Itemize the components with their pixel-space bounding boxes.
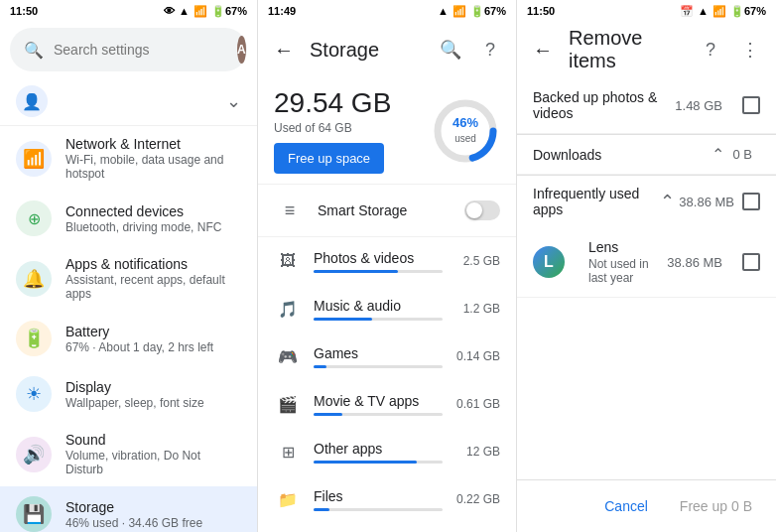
search-icon: 🔍 bbox=[24, 41, 44, 60]
other-apps-size: 12 GB bbox=[466, 445, 500, 459]
games-label: Games bbox=[314, 345, 445, 361]
storage-icon: 💾 bbox=[16, 496, 52, 532]
files-size: 0.22 GB bbox=[456, 492, 500, 506]
status-bar-1: 11:50 👁 ▲ 📶 🔋67% bbox=[0, 0, 257, 22]
photos-bar bbox=[314, 270, 443, 273]
search-input[interactable] bbox=[54, 42, 227, 58]
search-button[interactable]: 🔍 bbox=[433, 32, 468, 67]
used-of: Used of 64 GB bbox=[274, 121, 391, 135]
smart-storage-toggle[interactable] bbox=[464, 200, 500, 220]
other-apps-icon: ⊞ bbox=[274, 438, 302, 466]
remove-help-button[interactable]: ? bbox=[693, 32, 728, 67]
photos-icon: 🖼 bbox=[274, 247, 302, 275]
movie-size: 0.61 GB bbox=[456, 397, 500, 411]
storage-item-movie[interactable]: 🎬 Movie & TV apps 0.61 GB bbox=[258, 380, 516, 428]
lens-app-size: 38.86 MB bbox=[667, 255, 722, 270]
battery-icon: 🔋67% bbox=[211, 5, 247, 18]
free-up-button[interactable]: Free up space bbox=[274, 143, 384, 174]
remove-header-icons: ? ⋮ bbox=[693, 32, 768, 67]
storage-item-files[interactable]: 📁 Files 0.22 GB bbox=[258, 475, 516, 523]
wifi-icon-2: 📶 bbox=[453, 5, 466, 18]
status-icons-1: 👁 ▲ 📶 🔋67% bbox=[164, 5, 247, 18]
infrequent-label: Infrequently used apps bbox=[533, 186, 660, 217]
time-1: 11:50 bbox=[10, 5, 38, 17]
sidebar-item-storage[interactable]: 💾 Storage 46% used · 34.46 GB free bbox=[0, 486, 257, 532]
display-label: Display bbox=[65, 379, 241, 395]
help-button[interactable]: ? bbox=[472, 32, 508, 67]
backed-up-row: Backed up photos & videos 1.48 GB bbox=[517, 77, 776, 134]
infrequent-checkbox[interactable] bbox=[742, 193, 760, 210]
remove-more-button[interactable]: ⋮ bbox=[732, 32, 768, 67]
time-3: 11:50 bbox=[527, 5, 555, 17]
avatar[interactable]: A bbox=[237, 36, 246, 64]
settings-list: 📶 Network & Internet Wi-Fi, mobile, data… bbox=[0, 126, 257, 532]
sidebar-item-sound[interactable]: 🔊 Sound Volume, vibration, Do Not Distur… bbox=[0, 422, 257, 486]
lens-app-checkbox[interactable] bbox=[742, 253, 760, 271]
wifi-icon: 📶 bbox=[194, 5, 207, 18]
lens-app-row: L Lens Not used in last year 38.86 MB bbox=[517, 227, 776, 298]
sidebar-item-battery[interactable]: 🔋 Battery 67% · About 1 day, 2 hrs left bbox=[0, 311, 257, 366]
free-up-button-3[interactable]: Free up 0 B bbox=[672, 492, 760, 520]
remove-items-title: Remove items bbox=[569, 27, 685, 72]
sidebar-item-network[interactable]: 📶 Network & Internet Wi-Fi, mobile, data… bbox=[0, 126, 257, 191]
backed-up-checkbox[interactable] bbox=[742, 96, 760, 114]
photos-size: 2.5 GB bbox=[463, 254, 500, 268]
search-bar[interactable]: 🔍 A bbox=[10, 28, 247, 71]
other-apps-label: Other apps bbox=[314, 441, 454, 457]
signal-icon-2: ▲ bbox=[438, 5, 449, 17]
infrequent-section[interactable]: Infrequently used apps ⌃ 38.86 MB bbox=[517, 176, 776, 227]
lens-app-name: Lens bbox=[588, 239, 655, 255]
connected-icon: ⊕ bbox=[16, 200, 52, 236]
time-2: 11:49 bbox=[268, 5, 296, 17]
network-label: Network & Internet bbox=[65, 136, 241, 152]
back-button[interactable]: ← bbox=[266, 32, 302, 67]
photos-label: Photos & videos bbox=[314, 250, 452, 266]
storage-header: ← Storage 🔍 ? bbox=[258, 22, 516, 77]
lens-app-icon: L bbox=[533, 246, 565, 278]
cancel-button[interactable]: Cancel bbox=[596, 492, 656, 520]
storage-item-music[interactable]: 🎵 Music & audio 1.2 GB bbox=[258, 285, 516, 332]
status-icons-2: ▲ 📶 🔋67% bbox=[438, 5, 506, 18]
sidebar-item-connected[interactable]: ⊕ Connected devices Bluetooth, driving m… bbox=[0, 191, 257, 246]
battery-icon-2: 🔋67% bbox=[470, 5, 506, 18]
sound-icon: 🔊 bbox=[16, 437, 52, 472]
smart-storage-row[interactable]: ≡ Smart Storage bbox=[258, 184, 516, 237]
storage-item-system[interactable]: ⚙ System 12 GB bbox=[258, 523, 516, 532]
files-icon: 📁 bbox=[274, 485, 302, 513]
other-apps-bar bbox=[314, 461, 443, 464]
apps-sub: Assistant, recent apps, default apps bbox=[65, 273, 241, 301]
files-label: Files bbox=[314, 488, 445, 504]
status-bar-3: 11:50 📅 ▲ 📶 🔋67% bbox=[517, 0, 776, 22]
storage-summary: 29.54 GB Used of 64 GB Free up space 46%… bbox=[258, 77, 516, 184]
downloads-size: 0 B bbox=[732, 147, 752, 162]
storage-item-other-apps[interactable]: ⊞ Other apps 12 GB bbox=[258, 428, 516, 475]
apps-label: Apps & notifications bbox=[65, 256, 241, 272]
backed-up-size: 1.48 GB bbox=[675, 98, 722, 113]
sidebar-item-display[interactable]: ☀ Display Wallpaper, sleep, font size bbox=[0, 366, 257, 422]
storage-item-games[interactable]: 🎮 Games 0.14 GB bbox=[258, 332, 516, 380]
used-gb: 29.54 GB bbox=[274, 87, 391, 119]
smart-storage-label: Smart Storage bbox=[318, 202, 464, 218]
connected-label: Connected devices bbox=[65, 203, 241, 219]
remove-back-button[interactable]: ← bbox=[525, 32, 561, 67]
downloads-row: Downloads ⌃ 0 B bbox=[517, 135, 776, 175]
storage-donut: 46% used bbox=[431, 96, 500, 166]
backed-up-label: Backed up photos & videos bbox=[533, 89, 663, 121]
smart-storage-icon: ≡ bbox=[274, 195, 306, 226]
account-row[interactable]: 👤 ⌄ bbox=[0, 77, 257, 126]
sidebar-item-apps[interactable]: 🔔 Apps & notifications Assistant, recent… bbox=[0, 246, 257, 311]
battery-settings-icon: 🔋 bbox=[16, 321, 52, 356]
wifi-icon-3: 📶 bbox=[712, 5, 726, 18]
storage-panel: 11:49 ▲ 📶 🔋67% ← Storage 🔍 ? 29.54 GB Us… bbox=[258, 0, 517, 532]
network-sub: Wi-Fi, mobile, data usage and hotspot bbox=[65, 153, 241, 181]
display-icon: ☀ bbox=[16, 376, 52, 412]
games-size: 0.14 GB bbox=[456, 349, 500, 363]
battery-sub: 67% · About 1 day, 2 hrs left bbox=[65, 340, 241, 354]
visibility-icon: 👁 bbox=[164, 5, 175, 17]
storage-item-photos[interactable]: 🖼 Photos & videos 2.5 GB bbox=[258, 237, 516, 285]
sound-label: Sound bbox=[65, 432, 241, 448]
movie-icon: 🎬 bbox=[274, 390, 302, 418]
storage-label: Storage bbox=[65, 499, 241, 515]
connected-sub: Bluetooth, driving mode, NFC bbox=[65, 220, 241, 234]
battery-icon-3: 🔋67% bbox=[730, 5, 766, 18]
